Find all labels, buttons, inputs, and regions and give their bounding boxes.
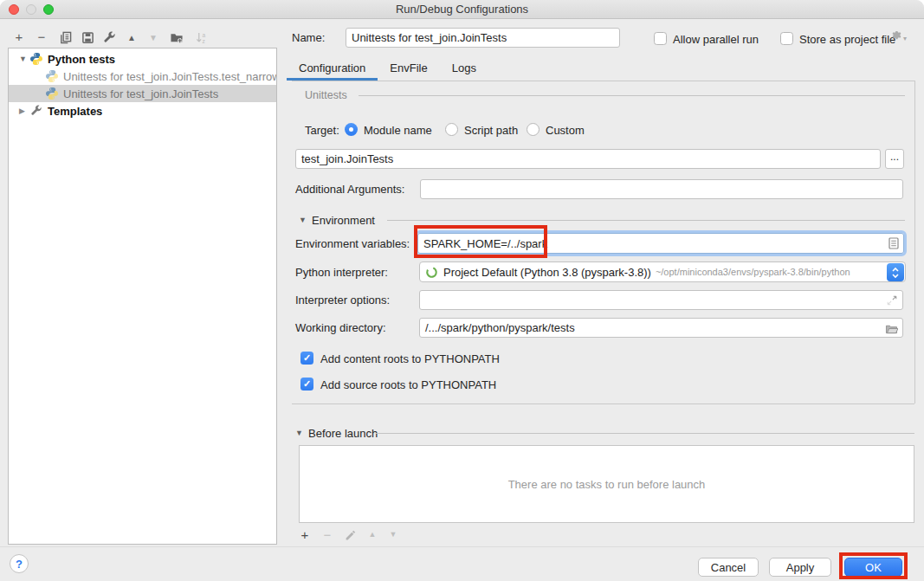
browse-module-button[interactable]: ... — [885, 149, 904, 169]
add-content-roots-label[interactable]: Add content roots to PYTHONPATH — [320, 352, 500, 365]
before-launch-task-list[interactable]: There are no tasks to run before launch — [299, 445, 914, 523]
ok-button[interactable]: OK — [844, 558, 902, 577]
move-up-icon: ▲ — [127, 33, 136, 42]
interpreter-options-input[interactable] — [419, 290, 903, 310]
edit-task-button — [342, 527, 358, 543]
svg-text:z: z — [202, 38, 204, 44]
chevron-expanded-icon[interactable]: ▼ — [19, 55, 29, 63]
browse-variables-icon[interactable] — [888, 237, 899, 249]
move-task-down-button: ▼ — [385, 526, 401, 542]
name-label: Name: — [292, 31, 325, 44]
before-launch-title[interactable]: Before launch — [308, 427, 378, 440]
unittests-group-title: Unittests — [305, 89, 347, 101]
add-content-roots-checkbox[interactable]: ✓ — [300, 352, 313, 365]
python-interpreter-path: ~/opt/miniconda3/envs/pyspark-3.8/bin/py… — [656, 267, 850, 277]
environment-variables-input[interactable]: SPARK_HOME=/../spark — [415, 230, 907, 256]
run-debug-configurations-dialog: Run/Debug Configurations + − ▲ ▼ az ▼ Py… — [0, 0, 924, 581]
tab-configuration[interactable]: Configuration — [287, 55, 378, 81]
remove-icon: − — [38, 29, 46, 44]
working-directory-value: /.../spark/python/pyspark/tests — [425, 321, 575, 334]
folder-icon[interactable] — [885, 323, 898, 334]
conda-environment-icon — [425, 266, 438, 279]
tree-item-unittest-test-narrow[interactable]: Unittests for test_join.JoinTests.test_n… — [9, 68, 276, 85]
cancel-label: Cancel — [711, 561, 746, 574]
wrench-icon — [103, 31, 116, 44]
store-as-project-file-label: Store as project file — [799, 33, 895, 46]
target-script-path-label[interactable]: Script path — [464, 124, 518, 137]
check-icon: ✓ — [303, 352, 311, 364]
tree-item-templates[interactable]: ▶ Templates — [9, 102, 276, 119]
expand-field-icon[interactable] — [886, 294, 898, 307]
working-directory-label: Working directory: — [295, 321, 386, 334]
copy-icon — [59, 31, 72, 44]
configurations-tree: ▼ Python tests Unittests for test_join.J… — [8, 48, 277, 545]
add-configuration-button[interactable]: + — [11, 29, 27, 44]
configuration-tabs: Configuration EnvFile Logs — [287, 55, 488, 81]
edit-templates-button[interactable] — [101, 29, 117, 45]
before-launch-empty-message: There are no tasks to run before launch — [508, 478, 706, 491]
move-down-icon: ▼ — [149, 33, 158, 42]
new-folder-button[interactable] — [169, 29, 184, 45]
target-module-name-label[interactable]: Module name — [364, 124, 432, 137]
store-options-gear-button[interactable]: ▾ — [890, 30, 907, 42]
group-divider — [359, 95, 905, 96]
sort-configurations-button: az — [194, 29, 210, 45]
pencil-icon — [345, 530, 356, 541]
store-as-project-file-checkbox[interactable] — [780, 32, 793, 45]
ok-label: OK — [865, 561, 882, 574]
name-input[interactable]: Unittests for test_join.JoinTests — [346, 28, 620, 48]
move-down-icon: ▼ — [390, 530, 397, 539]
section-divider — [376, 433, 914, 434]
name-value: Unittests for test_join.JoinTests — [352, 31, 507, 44]
remove-configuration-button[interactable]: − — [34, 29, 49, 44]
section-divider — [387, 220, 905, 221]
environment-section-title[interactable]: Environment — [312, 214, 375, 227]
help-button[interactable]: ? — [10, 554, 29, 573]
working-directory-input[interactable]: /.../spark/python/pyspark/tests — [419, 318, 903, 338]
allow-parallel-run-checkbox[interactable] — [654, 32, 667, 45]
add-source-roots-label[interactable]: Add source roots to PYTHONPATH — [320, 378, 496, 391]
save-configuration-button[interactable] — [80, 29, 95, 45]
panel-top-border — [292, 81, 914, 81]
window-title: Run/Debug Configurations — [0, 0, 924, 18]
add-task-button[interactable]: + — [297, 526, 313, 542]
additional-arguments-input[interactable] — [420, 179, 903, 199]
add-source-roots-checkbox[interactable]: ✓ — [300, 378, 313, 391]
copy-configuration-button[interactable] — [57, 29, 73, 45]
tab-envfile[interactable]: EnvFile — [378, 55, 439, 81]
python-interpreter-select[interactable]: Project Default (Python 3.8 (pyspark-3.8… — [419, 261, 906, 282]
add-icon: + — [16, 29, 23, 44]
cancel-button[interactable]: Cancel — [698, 558, 759, 577]
tab-logs[interactable]: Logs — [440, 55, 488, 81]
python-icon — [45, 69, 59, 83]
environment-variables-label: Environment variables: — [295, 237, 410, 250]
module-name-input[interactable]: test_join.JoinTests — [295, 149, 881, 169]
title-bar[interactable]: Run/Debug Configurations — [0, 0, 924, 19]
move-up-icon: ▲ — [369, 530, 377, 539]
ellipsis-icon: ... — [890, 151, 899, 163]
move-up-button[interactable]: ▲ — [124, 29, 139, 45]
target-script-path-radio[interactable] — [445, 123, 458, 136]
tree-item-python-tests[interactable]: ▼ Python tests — [9, 50, 276, 68]
additional-arguments-label: Additional Arguments: — [295, 183, 404, 196]
chevron-collapsed-icon[interactable]: ▶ — [19, 107, 29, 115]
panel-bottom-border — [292, 403, 914, 404]
tree-item-label: Unittests for test_join.JoinTests — [63, 87, 218, 100]
environment-collapse-icon[interactable]: ▼ — [299, 216, 307, 224]
footer-divider — [0, 546, 924, 547]
target-custom-label[interactable]: Custom — [546, 124, 585, 137]
add-icon: + — [301, 527, 309, 542]
target-module-name-radio[interactable] — [345, 123, 358, 136]
apply-label: Apply — [786, 561, 815, 574]
apply-button[interactable]: Apply — [769, 558, 831, 577]
before-launch-collapse-icon[interactable]: ▼ — [295, 429, 303, 437]
interpreter-stepper-icon[interactable] — [887, 263, 904, 281]
wrench-icon — [29, 104, 43, 118]
help-icon: ? — [16, 558, 23, 571]
tree-item-unittest-jointests-selected[interactable]: Unittests for test_join.JoinTests — [9, 85, 276, 102]
target-custom-radio[interactable] — [527, 123, 540, 136]
remove-task-button: − — [320, 526, 335, 542]
tree-item-label: Templates — [48, 105, 102, 118]
interpreter-options-label: Interpreter options: — [295, 294, 390, 307]
svg-text:a: a — [202, 31, 205, 37]
